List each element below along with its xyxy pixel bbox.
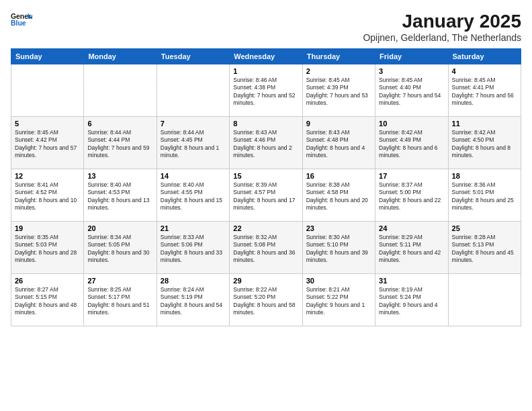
cell-info: Sunrise: 8:34 AMSunset: 5:05 PMDaylight:… bbox=[87, 234, 152, 265]
cell-date: 13 bbox=[87, 172, 152, 180]
week-row-4: 19Sunrise: 8:35 AMSunset: 5:03 PMDayligh… bbox=[11, 222, 521, 274]
cell-date: 15 bbox=[233, 172, 298, 180]
table-row: 8Sunrise: 8:43 AMSunset: 4:46 PMDaylight… bbox=[230, 117, 302, 169]
generalblue-logo-icon: General Blue bbox=[11, 11, 32, 30]
logo: General Blue bbox=[11, 11, 32, 30]
cell-date: 9 bbox=[306, 120, 371, 128]
table-row: 21Sunrise: 8:33 AMSunset: 5:06 PMDayligh… bbox=[157, 222, 229, 274]
col-thursday: Thursday bbox=[302, 49, 375, 64]
table-row: 6Sunrise: 8:44 AMSunset: 4:44 PMDaylight… bbox=[84, 117, 157, 169]
table-row: 25Sunrise: 8:28 AMSunset: 5:13 PMDayligh… bbox=[448, 222, 521, 274]
cell-info: Sunrise: 8:43 AMSunset: 4:46 PMDaylight:… bbox=[233, 129, 298, 160]
col-wednesday: Wednesday bbox=[230, 49, 302, 64]
table-row: 1Sunrise: 8:46 AMSunset: 4:38 PMDaylight… bbox=[230, 64, 302, 117]
cell-date: 18 bbox=[452, 172, 517, 180]
page: General Blue January 2025 Opijnen, Gelde… bbox=[0, 0, 532, 411]
cell-date: 28 bbox=[161, 277, 226, 285]
cell-date: 19 bbox=[15, 224, 80, 232]
col-saturday: Saturday bbox=[448, 49, 521, 64]
col-sunday: Sunday bbox=[11, 49, 84, 64]
table-row: 27Sunrise: 8:25 AMSunset: 5:17 PMDayligh… bbox=[84, 274, 157, 326]
cell-date: 11 bbox=[452, 120, 517, 128]
cell-info: Sunrise: 8:35 AMSunset: 5:03 PMDaylight:… bbox=[15, 234, 80, 265]
table-row: 12Sunrise: 8:41 AMSunset: 4:52 PMDayligh… bbox=[11, 169, 84, 222]
cell-info: Sunrise: 8:22 AMSunset: 5:20 PMDaylight:… bbox=[233, 286, 298, 317]
cell-info: Sunrise: 8:45 AMSunset: 4:39 PMDaylight:… bbox=[306, 77, 371, 107]
week-row-5: 26Sunrise: 8:27 AMSunset: 5:15 PMDayligh… bbox=[11, 274, 521, 326]
week-row-3: 12Sunrise: 8:41 AMSunset: 4:52 PMDayligh… bbox=[11, 169, 521, 222]
cell-date: 29 bbox=[233, 277, 298, 285]
cell-info: Sunrise: 8:41 AMSunset: 4:52 PMDaylight:… bbox=[15, 181, 80, 212]
cell-info: Sunrise: 8:37 AMSunset: 5:00 PMDaylight:… bbox=[379, 181, 444, 212]
table-row: 29Sunrise: 8:22 AMSunset: 5:20 PMDayligh… bbox=[230, 274, 302, 326]
table-row: 13Sunrise: 8:40 AMSunset: 4:53 PMDayligh… bbox=[84, 169, 157, 222]
table-row: 4Sunrise: 8:45 AMSunset: 4:41 PMDaylight… bbox=[448, 64, 521, 117]
week-row-2: 5Sunrise: 8:45 AMSunset: 4:42 PMDaylight… bbox=[11, 117, 521, 169]
cell-date: 4 bbox=[452, 67, 517, 75]
title-block: January 2025 Opijnen, Gelderland, The Ne… bbox=[363, 11, 521, 43]
table-row: 15Sunrise: 8:39 AMSunset: 4:57 PMDayligh… bbox=[230, 169, 302, 222]
table-row: 26Sunrise: 8:27 AMSunset: 5:15 PMDayligh… bbox=[11, 274, 84, 326]
title-month: January 2025 bbox=[363, 11, 521, 32]
cell-date: 21 bbox=[161, 224, 226, 232]
cell-date: 7 bbox=[161, 120, 226, 128]
cell-date: 14 bbox=[161, 172, 226, 180]
cell-info: Sunrise: 8:39 AMSunset: 4:57 PMDaylight:… bbox=[233, 181, 298, 212]
cell-date: 22 bbox=[233, 224, 298, 232]
cell-date: 24 bbox=[379, 224, 444, 232]
cell-info: Sunrise: 8:27 AMSunset: 5:15 PMDaylight:… bbox=[15, 286, 80, 317]
cell-info: Sunrise: 8:32 AMSunset: 5:08 PMDaylight:… bbox=[233, 234, 298, 265]
cell-date: 5 bbox=[15, 120, 80, 128]
cell-date: 8 bbox=[233, 120, 298, 128]
cell-date: 2 bbox=[306, 67, 371, 75]
calendar-header-row: Sunday Monday Tuesday Wednesday Thursday… bbox=[11, 49, 521, 64]
cell-info: Sunrise: 8:24 AMSunset: 5:19 PMDaylight:… bbox=[161, 286, 226, 317]
cell-date: 12 bbox=[15, 172, 80, 180]
header: General Blue January 2025 Opijnen, Gelde… bbox=[11, 11, 521, 43]
cell-info: Sunrise: 8:21 AMSunset: 5:22 PMDaylight:… bbox=[306, 286, 371, 317]
cell-date: 31 bbox=[379, 277, 444, 285]
table-row: 18Sunrise: 8:36 AMSunset: 5:01 PMDayligh… bbox=[448, 169, 521, 222]
cell-info: Sunrise: 8:43 AMSunset: 4:48 PMDaylight:… bbox=[306, 129, 371, 160]
cell-date: 30 bbox=[306, 277, 371, 285]
cell-info: Sunrise: 8:45 AMSunset: 4:40 PMDaylight:… bbox=[379, 77, 444, 107]
cell-info: Sunrise: 8:46 AMSunset: 4:38 PMDaylight:… bbox=[233, 77, 298, 107]
table-row: 2Sunrise: 8:45 AMSunset: 4:39 PMDaylight… bbox=[302, 64, 375, 117]
svg-text:Blue: Blue bbox=[11, 19, 26, 27]
cell-info: Sunrise: 8:45 AMSunset: 4:41 PMDaylight:… bbox=[452, 77, 517, 107]
table-row: 28Sunrise: 8:24 AMSunset: 5:19 PMDayligh… bbox=[157, 274, 229, 326]
cell-info: Sunrise: 8:44 AMSunset: 4:45 PMDaylight:… bbox=[161, 129, 226, 160]
table-row: 19Sunrise: 8:35 AMSunset: 5:03 PMDayligh… bbox=[11, 222, 84, 274]
cell-date: 25 bbox=[452, 224, 517, 232]
table-row: 17Sunrise: 8:37 AMSunset: 5:00 PMDayligh… bbox=[375, 169, 448, 222]
cell-info: Sunrise: 8:45 AMSunset: 4:42 PMDaylight:… bbox=[15, 129, 80, 160]
col-tuesday: Tuesday bbox=[157, 49, 229, 64]
cell-info: Sunrise: 8:19 AMSunset: 5:24 PMDaylight:… bbox=[379, 286, 444, 317]
week-row-1: 1Sunrise: 8:46 AMSunset: 4:38 PMDaylight… bbox=[11, 64, 521, 117]
cell-info: Sunrise: 8:42 AMSunset: 4:50 PMDaylight:… bbox=[452, 129, 517, 160]
table-row: 10Sunrise: 8:42 AMSunset: 4:49 PMDayligh… bbox=[375, 117, 448, 169]
table-row: 3Sunrise: 8:45 AMSunset: 4:40 PMDaylight… bbox=[375, 64, 448, 117]
table-row: 31Sunrise: 8:19 AMSunset: 5:24 PMDayligh… bbox=[375, 274, 448, 326]
cell-info: Sunrise: 8:29 AMSunset: 5:11 PMDaylight:… bbox=[379, 234, 444, 265]
table-row: 5Sunrise: 8:45 AMSunset: 4:42 PMDaylight… bbox=[11, 117, 84, 169]
table-row: 22Sunrise: 8:32 AMSunset: 5:08 PMDayligh… bbox=[230, 222, 302, 274]
col-monday: Monday bbox=[84, 49, 157, 64]
cell-date: 20 bbox=[87, 224, 152, 232]
table-row bbox=[157, 64, 229, 117]
table-row: 23Sunrise: 8:30 AMSunset: 5:10 PMDayligh… bbox=[302, 222, 375, 274]
cell-date: 26 bbox=[15, 277, 80, 285]
table-row: 24Sunrise: 8:29 AMSunset: 5:11 PMDayligh… bbox=[375, 222, 448, 274]
cell-info: Sunrise: 8:42 AMSunset: 4:49 PMDaylight:… bbox=[379, 129, 444, 160]
col-friday: Friday bbox=[375, 49, 448, 64]
cell-info: Sunrise: 8:28 AMSunset: 5:13 PMDaylight:… bbox=[452, 234, 517, 265]
cell-date: 10 bbox=[379, 120, 444, 128]
cell-date: 6 bbox=[87, 120, 152, 128]
table-row: 7Sunrise: 8:44 AMSunset: 4:45 PMDaylight… bbox=[157, 117, 229, 169]
cell-info: Sunrise: 8:40 AMSunset: 4:55 PMDaylight:… bbox=[161, 181, 226, 212]
table-row: 16Sunrise: 8:38 AMSunset: 4:58 PMDayligh… bbox=[302, 169, 375, 222]
cell-info: Sunrise: 8:30 AMSunset: 5:10 PMDaylight:… bbox=[306, 234, 371, 265]
cell-info: Sunrise: 8:33 AMSunset: 5:06 PMDaylight:… bbox=[161, 234, 226, 265]
title-location: Opijnen, Gelderland, The Netherlands bbox=[363, 32, 521, 43]
cell-date: 16 bbox=[306, 172, 371, 180]
